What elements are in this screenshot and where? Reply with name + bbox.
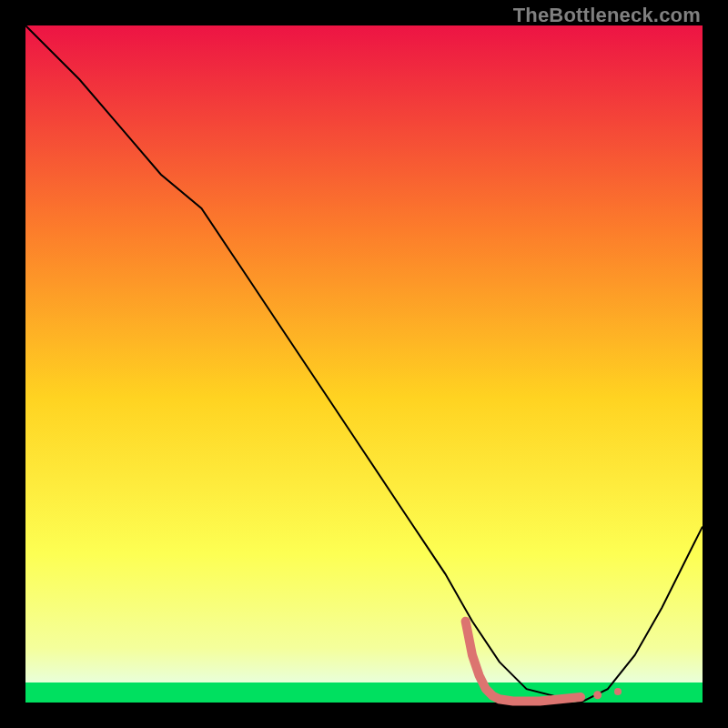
optimal-zone-dot <box>614 688 622 695</box>
bottleneck-curve-path <box>25 25 703 703</box>
optimal-zone-dot <box>593 691 602 699</box>
chart-frame <box>25 25 703 703</box>
watermark-text: TheBottleneck.com <box>513 4 701 27</box>
optimal-zone-path <box>466 622 581 702</box>
chart-curve-layer <box>25 25 703 703</box>
